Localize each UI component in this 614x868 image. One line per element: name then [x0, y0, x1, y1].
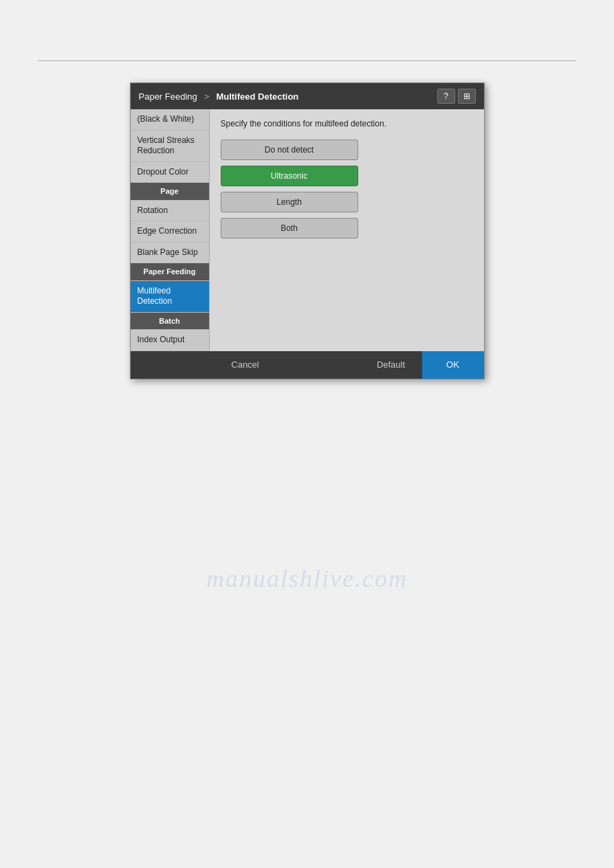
- default-button[interactable]: Default: [360, 351, 422, 379]
- sidebar-section-paper-feeding: Paper Feeding: [131, 263, 209, 280]
- description-text: Specify the conditions for multifeed det…: [221, 119, 473, 129]
- option-do-not-detect[interactable]: Do not detect: [221, 140, 358, 160]
- sidebar-item-rotation[interactable]: Rotation: [131, 201, 209, 222]
- sidebar-item-edge-correction[interactable]: Edge Correction: [131, 221, 209, 243]
- grid-icon: ⊞: [463, 91, 470, 101]
- main-content: Specify the conditions for multifeed det…: [210, 109, 484, 351]
- sidebar: (Black & White) Vertical Streaks Reducti…: [131, 109, 210, 351]
- sidebar-section-batch: Batch: [131, 313, 209, 330]
- breadcrumb-part1: Paper Feeding: [139, 91, 197, 102]
- dialog-title: Multifeed Detection: [216, 91, 298, 102]
- option-length[interactable]: Length: [221, 192, 358, 212]
- sidebar-item-blank-page-skip[interactable]: Blank Page Skip: [131, 243, 209, 264]
- help-icon: ?: [443, 91, 448, 101]
- option-ultrasonic[interactable]: Ultrasonic: [221, 166, 358, 186]
- sidebar-item-dropout-color[interactable]: Dropout Color: [131, 162, 209, 183]
- detection-options: Do not detect Ultrasonic Length Both: [221, 140, 358, 238]
- option-both[interactable]: Both: [221, 218, 358, 238]
- help-icon-btn[interactable]: ?: [437, 89, 455, 104]
- sidebar-item-multifeed-detection[interactable]: Multifeed Detection: [131, 281, 209, 313]
- cancel-button[interactable]: Cancel: [131, 351, 360, 379]
- page-content: Paper Feeding > Multifeed Detection ? ⊞ …: [0, 0, 614, 379]
- dialog-footer: Cancel Default OK: [131, 351, 484, 379]
- watermark: manualshlive.com: [206, 564, 408, 593]
- horizontal-rule: [38, 60, 576, 61]
- grid-icon-btn[interactable]: ⊞: [458, 89, 476, 104]
- sidebar-item-vertical-streaks[interactable]: Vertical Streaks Reduction: [131, 131, 209, 162]
- dialog-body: (Black & White) Vertical Streaks Reducti…: [131, 109, 484, 351]
- sidebar-item-index-output[interactable]: Index Output: [131, 330, 209, 351]
- sidebar-section-page: Page: [131, 183, 209, 200]
- breadcrumb-separator: >: [204, 91, 210, 102]
- ok-button[interactable]: OK: [422, 351, 484, 379]
- dialog: Paper Feeding > Multifeed Detection ? ⊞ …: [130, 82, 485, 379]
- title-text: Paper Feeding > Multifeed Detection: [139, 91, 299, 102]
- title-icons: ? ⊞: [437, 89, 476, 104]
- sidebar-item-black-white[interactable]: (Black & White): [131, 109, 209, 131]
- dialog-titlebar: Paper Feeding > Multifeed Detection ? ⊞: [131, 83, 484, 109]
